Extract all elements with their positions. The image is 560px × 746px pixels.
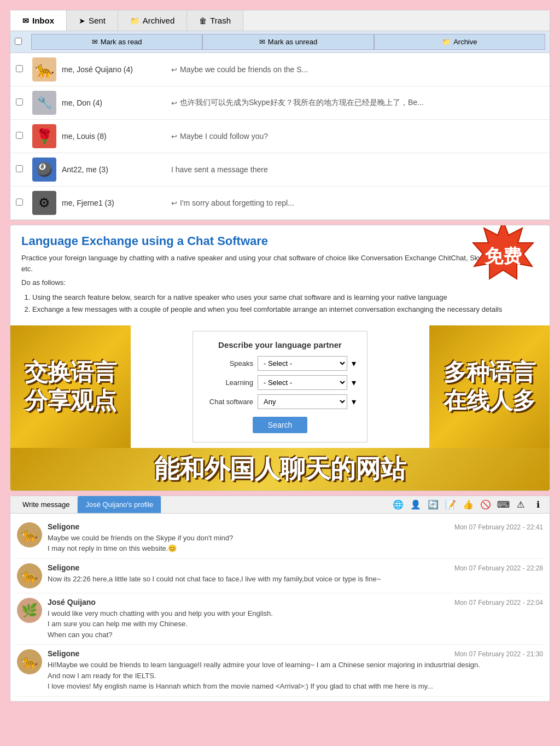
left-banner: 交换语言 分享观点: [10, 325, 131, 448]
search-form-title: Describe your language partner: [204, 340, 356, 349]
chat-label: Chat software: [204, 398, 253, 406]
lang-promo-section: 免费 Language Exchange using a Chat Softwa…: [10, 225, 550, 491]
speaks-row: Speaks - Select - English Chinese Spanis…: [204, 356, 356, 371]
message-text: Hi!Maybe we could be friends to learn la…: [48, 660, 543, 692]
select-all-checkbox[interactable]: [15, 37, 31, 47]
table-row[interactable]: 🎱 Ant22, me (3) I have sent a message th…: [10, 153, 550, 186]
message-text: I would like very much chatting with you…: [48, 608, 543, 640]
email-sender: me, Don (4): [62, 98, 166, 107]
lang-desc: Practice your foreign language by chatti…: [21, 253, 539, 274]
archive-icon: 📁: [130, 16, 139, 25]
speaks-select[interactable]: - Select - English Chinese Spanish: [258, 356, 347, 371]
chat-messages: 🐆 Seligone Mon 07 February 2022 - 22:41 …: [10, 514, 550, 701]
lang-do-as: Do as follows:: [21, 277, 539, 288]
lang-steps: Using the search feature below, search f…: [21, 292, 539, 316]
mark-unread-button[interactable]: ✉ Mark as unread: [202, 34, 374, 50]
reply-icon: ↩: [171, 132, 177, 141]
info-icon[interactable]: ℹ: [531, 497, 545, 511]
mark-unread-icon: ✉: [259, 38, 265, 46]
reply-icon: ↩: [171, 66, 177, 74]
message-body: José Quijano Mon 07 February 2022 - 22:0…: [48, 598, 543, 640]
promo-row: 交换语言 分享观点 Describe your language partner…: [10, 325, 550, 448]
row-checkbox-4[interactable]: [16, 165, 27, 174]
lang-step-2: Exchange a few messages with a couple of…: [32, 304, 539, 316]
chat-select[interactable]: Any Skype Hangouts WeChat: [258, 394, 347, 409]
message-text: Now its 22:26 here,a little late so I co…: [48, 574, 543, 585]
avatar: 🌹: [32, 124, 56, 148]
person-icon[interactable]: 👤: [409, 497, 423, 511]
message-time: Mon 07 February 2022 - 22:28: [454, 564, 543, 572]
tab-trash[interactable]: 🗑 Trash: [187, 10, 243, 31]
email-tabs: ✉ Inbox ➤ Sent 📁 Archived 🗑 Trash: [10, 10, 550, 31]
avatar: 🎱: [32, 158, 56, 182]
row-checkbox-5[interactable]: [16, 198, 27, 208]
table-row[interactable]: 🔧 me, Don (4) ↩ 也许我们可以先成为Skype好友？我所在的地方现…: [10, 86, 550, 120]
tab-write-message[interactable]: Write message: [15, 496, 78, 513]
chat-row: Chat software Any Skype Hangouts WeChat …: [204, 394, 356, 409]
avatar: 🌿: [17, 598, 42, 623]
tab-profile[interactable]: José Quijano's profile: [78, 496, 161, 513]
speaks-label: Speaks: [204, 359, 253, 368]
mark-read-icon: ✉: [92, 38, 98, 46]
free-badge: 免费: [468, 225, 539, 291]
message-time: Mon 07 February 2022 - 21:30: [454, 650, 543, 658]
table-row[interactable]: 🌹 me, Louis (8) ↩ Maybe I could follow y…: [10, 120, 550, 153]
email-sender: me, Louis (8): [62, 132, 166, 141]
like-icon[interactable]: 👍: [461, 497, 475, 511]
archive-btn-icon: 📁: [442, 38, 451, 46]
avatar: 🐆: [17, 649, 42, 674]
search-form-container: Describe your language partner Speaks - …: [131, 325, 429, 448]
refresh-icon[interactable]: 🔄: [426, 497, 440, 511]
tab-archived[interactable]: 📁 Archived: [118, 10, 187, 31]
email-list: 🐆 me, José Quijano (4) ↩ Maybe we could …: [10, 53, 550, 220]
warning-icon[interactable]: ⚠: [514, 497, 528, 511]
banner-text-left-top: 交换语言: [25, 360, 116, 385]
list-item: 🐆 Seligone Mon 07 February 2022 - 22:28 …: [17, 559, 543, 593]
lang-title: Language Exchange using a Chat Software: [21, 234, 539, 248]
tab-inbox[interactable]: ✉ Inbox: [10, 10, 67, 31]
list-item: 🐆 Seligone Mon 07 February 2022 - 22:41 …: [17, 518, 543, 559]
sender-name: Seligone: [48, 649, 79, 658]
archive-button[interactable]: 📁 Archive: [374, 34, 545, 50]
avatar: 🐆: [17, 522, 42, 547]
row-checkbox-1[interactable]: [16, 65, 27, 74]
sender-name: Seligone: [48, 563, 79, 572]
select-all-input[interactable]: [15, 38, 22, 45]
svg-text:免费: 免费: [484, 246, 522, 266]
reply-icon: ↩: [171, 199, 177, 207]
email-section: ✉ Inbox ➤ Sent 📁 Archived 🗑 Trash ✉ Mark…: [10, 10, 550, 220]
banner-text-right-bottom: 在线人多: [444, 388, 535, 413]
keyboard-icon[interactable]: ⌨: [496, 497, 510, 511]
chat-tabs: Write message José Quijano's profile 🌐 👤…: [10, 496, 550, 514]
inbox-icon: ✉: [22, 16, 29, 25]
message-time: Mon 07 February 2022 - 22:41: [454, 523, 543, 531]
message-body: Seligone Mon 07 February 2022 - 22:28 No…: [48, 563, 543, 588]
globe-icon[interactable]: 🌐: [391, 497, 405, 511]
email-preview: I have sent a message there: [171, 165, 544, 174]
email-preview: ↩ Maybe I could follow you?: [171, 132, 544, 141]
learning-select[interactable]: - Select - English Chinese Spanish: [258, 375, 347, 390]
chat-section: Write message José Quijano's profile 🌐 👤…: [10, 496, 550, 702]
dropdown-icon: ▾: [352, 397, 356, 407]
email-preview: ↩ Maybe we could be friends on the S...: [171, 65, 544, 74]
dropdown-icon: ▾: [352, 377, 356, 388]
row-checkbox-3[interactable]: [16, 131, 27, 141]
search-form: Describe your language partner Speaks - …: [192, 331, 368, 442]
message-body: Seligone Mon 07 February 2022 - 22:41 Ma…: [48, 522, 543, 554]
mark-read-button[interactable]: ✉ Mark as read: [31, 34, 202, 50]
search-button[interactable]: Search: [253, 417, 307, 433]
reply-icon: ↩: [171, 99, 177, 107]
row-checkbox-2[interactable]: [16, 98, 27, 108]
banner-text-left-bottom: 分享观点: [25, 388, 116, 413]
dropdown-icon: ▾: [352, 358, 356, 369]
message-text: Maybe we could be friends on the Skype i…: [48, 533, 543, 554]
block-icon[interactable]: 🚫: [479, 497, 493, 511]
chat-tab-icons: 🌐 👤 🔄 📝 👍 🚫 ⌨ ⚠ ℹ: [391, 497, 545, 511]
list-item: 🐆 Seligone Mon 07 February 2022 - 21:30 …: [17, 645, 543, 697]
headline-banner: 能和外国人聊天的网站: [10, 448, 550, 491]
table-row[interactable]: ⚙ me, Fjerne1 (3) ↩ I'm sorry about forg…: [10, 186, 550, 220]
table-row[interactable]: 🐆 me, José Quijano (4) ↩ Maybe we could …: [10, 53, 550, 86]
edit-icon[interactable]: 📝: [444, 497, 458, 511]
message-time: Mon 07 February 2022 - 22:04: [454, 599, 543, 607]
tab-sent[interactable]: ➤ Sent: [67, 10, 118, 31]
